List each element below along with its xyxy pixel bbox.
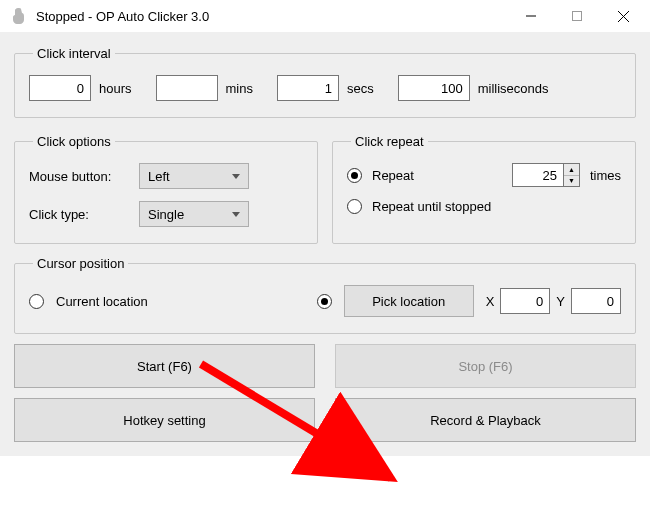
repeat-count-spinner[interactable]: ▲ ▼ [512, 163, 580, 187]
click-repeat-legend: Click repeat [351, 134, 428, 149]
y-input[interactable] [571, 288, 621, 314]
cursor-position-legend: Cursor position [33, 256, 128, 271]
close-button[interactable] [600, 0, 646, 32]
secs-input[interactable] [277, 75, 339, 101]
svg-rect-1 [573, 12, 582, 21]
stop-button: Stop (F6) [335, 344, 636, 388]
current-location-radio[interactable] [29, 294, 44, 309]
click-interval-group: Click interval hours mins secs milliseco… [14, 46, 636, 118]
click-type-label: Click type: [29, 207, 129, 222]
mouse-button-label: Mouse button: [29, 169, 129, 184]
spinner-down-icon[interactable]: ▼ [564, 176, 579, 187]
current-location-label: Current location [56, 294, 148, 309]
pick-location-button[interactable]: Pick location [344, 285, 474, 317]
repeat-radio[interactable] [347, 168, 362, 183]
record-playback-button[interactable]: Record & Playback [335, 398, 636, 442]
times-label: times [590, 168, 621, 183]
ms-label: milliseconds [478, 81, 549, 96]
hours-input[interactable] [29, 75, 91, 101]
mouse-button-value: Left [148, 169, 170, 184]
window-title: Stopped - OP Auto Clicker 3.0 [36, 9, 209, 24]
x-label: X [486, 294, 495, 309]
pick-location-radio[interactable] [317, 294, 332, 309]
x-input[interactable] [500, 288, 550, 314]
hotkey-setting-button[interactable]: Hotkey setting [14, 398, 315, 442]
app-icon [10, 7, 28, 25]
click-interval-legend: Click interval [33, 46, 115, 61]
mins-input[interactable] [156, 75, 218, 101]
repeat-until-label: Repeat until stopped [372, 199, 491, 214]
maximize-button[interactable] [554, 0, 600, 32]
repeat-label: Repeat [372, 168, 414, 183]
chevron-down-icon [232, 212, 240, 217]
click-type-select[interactable]: Single [139, 201, 249, 227]
start-button[interactable]: Start (F6) [14, 344, 315, 388]
cursor-position-group: Cursor position Current location Pick lo… [14, 256, 636, 334]
mouse-button-select[interactable]: Left [139, 163, 249, 189]
hours-label: hours [99, 81, 132, 96]
secs-label: secs [347, 81, 374, 96]
click-options-group: Click options Mouse button: Left Click t… [14, 134, 318, 244]
minimize-button[interactable] [508, 0, 554, 32]
click-options-legend: Click options [33, 134, 115, 149]
mins-label: mins [226, 81, 253, 96]
y-label: Y [556, 294, 565, 309]
spinner-up-icon[interactable]: ▲ [564, 164, 579, 176]
ms-input[interactable] [398, 75, 470, 101]
click-type-value: Single [148, 207, 184, 222]
repeat-count-input[interactable] [512, 163, 564, 187]
repeat-until-radio[interactable] [347, 199, 362, 214]
chevron-down-icon [232, 174, 240, 179]
click-repeat-group: Click repeat Repeat ▲ ▼ times [332, 134, 636, 244]
